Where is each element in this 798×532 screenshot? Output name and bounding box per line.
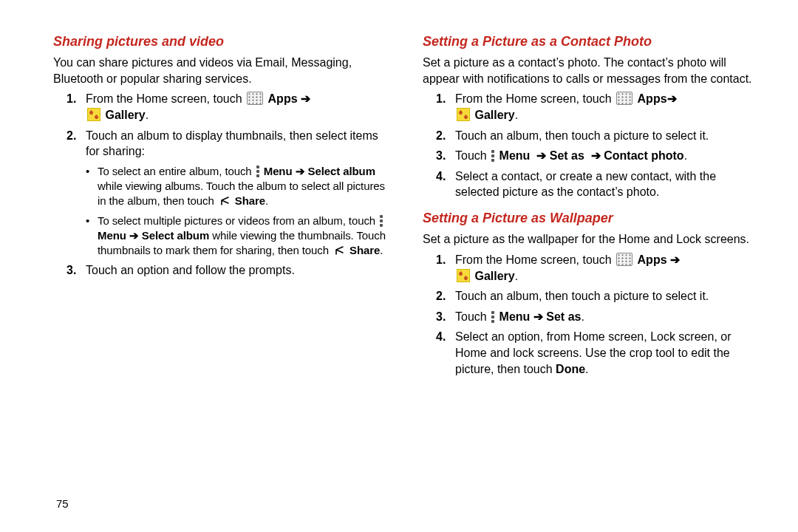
left-column: Sharing pictures and video You can share… <box>53 33 387 510</box>
step-2: Touch an album, then touch a picture to … <box>423 128 757 144</box>
step-3: Touch an option and follow the prompts. <box>53 262 387 279</box>
intro-wallpaper: Set a picture as the wallpaper for the H… <box>423 231 757 248</box>
arrow-icon: ➔ <box>667 92 677 105</box>
heading-sharing: Sharing pictures and video <box>53 33 387 50</box>
step-3: Touch Menu ➔ Set as. <box>423 309 757 325</box>
arrow-icon: ➔ <box>301 92 310 105</box>
share-label: Share <box>349 244 380 256</box>
period: . <box>684 149 687 162</box>
page-number: 75 <box>56 497 69 511</box>
step1-prefix: From the Home screen, touch <box>86 92 245 105</box>
gallery-label: Gallery <box>105 109 145 121</box>
select-album-label: Select album <box>308 165 375 177</box>
done-label: Done <box>556 363 585 375</box>
menu-label: Menu <box>264 165 293 177</box>
sub1-a: To select an entire album, touch <box>98 165 255 177</box>
step1-prefix: From the Home screen, touch <box>455 92 615 105</box>
arrow-icon: ➔ <box>536 149 546 162</box>
intro-contact-photo: Set a picture as a contact’s photo. The … <box>423 55 757 86</box>
step4-a: Select an option, from Home screen, Lock… <box>455 330 732 375</box>
menu-overflow-icon <box>380 215 383 227</box>
menu-label: Menu <box>98 229 126 242</box>
share-icon <box>219 195 231 207</box>
select-album-label: Select album <box>142 229 209 242</box>
steps-wallpaper: From the Home screen, touch Apps ➔ Galle… <box>423 252 757 377</box>
setas-label: Set as <box>550 149 584 162</box>
step2-text: Touch an album to display thumbnails, th… <box>86 129 378 158</box>
heading-contact-photo: Setting a Picture as a Contact Photo <box>423 33 757 50</box>
apps-label: Apps <box>638 253 667 266</box>
menu-overflow-icon <box>491 311 494 323</box>
intro-sharing: You can share pictures and videos via Em… <box>53 55 387 86</box>
contactphoto-label: Contact photo <box>604 149 683 162</box>
steps-contact-photo: From the Home screen, touch Apps➔ Galler… <box>423 91 757 200</box>
gallery-icon <box>87 108 100 121</box>
apps-grid-icon <box>247 92 263 105</box>
sub2-a: To select multiple pictures or videos fr… <box>98 214 378 227</box>
gallery-icon <box>457 269 470 282</box>
menu-overflow-icon <box>256 166 259 177</box>
step-2: Touch an album, then touch a picture to … <box>423 288 757 304</box>
setas-label: Set as <box>546 310 581 323</box>
apps-grid-icon <box>616 92 632 105</box>
step-1: From the Home screen, touch Apps ➔ Galle… <box>53 91 387 123</box>
apps-label: Apps <box>268 92 298 105</box>
step-1: From the Home screen, touch Apps ➔ Galle… <box>423 252 757 284</box>
period: . <box>581 310 584 323</box>
substeps: To select an entire album, touch Menu ➔ … <box>86 164 387 259</box>
step4-b: . <box>585 363 588 375</box>
arrow-icon: ➔ <box>129 229 139 242</box>
apps-label: Apps <box>638 92 667 105</box>
manual-page: Sharing pictures and video You can share… <box>0 0 798 532</box>
period: . <box>146 109 149 121</box>
substep-2: To select multiple pictures or videos fr… <box>86 214 387 259</box>
period: . <box>515 270 518 282</box>
heading-wallpaper: Setting a Picture as Wallpaper <box>423 209 757 227</box>
step1-prefix: From the Home screen, touch <box>455 253 615 266</box>
arrow-icon: ➔ <box>591 149 601 162</box>
period: . <box>265 194 268 207</box>
step-2: Touch an album to display thumbnails, th… <box>53 128 387 259</box>
period: . <box>515 109 518 121</box>
step-4: Select a contact, or create a new contac… <box>423 168 757 200</box>
period: . <box>380 244 383 256</box>
menu-label: Menu <box>499 149 531 162</box>
step-3: Touch Menu ➔ Set as ➔ Contact photo. <box>423 148 757 164</box>
gallery-icon <box>457 108 470 121</box>
arrow-icon: ➔ <box>296 165 305 177</box>
right-column: Setting a Picture as a Contact Photo Set… <box>423 33 757 510</box>
gallery-label: Gallery <box>474 270 514 282</box>
substep-1: To select an entire album, touch Menu ➔ … <box>86 164 387 209</box>
arrow-icon: ➔ <box>670 253 680 266</box>
apps-grid-icon <box>616 253 632 266</box>
step3-prefix: Touch <box>455 149 490 162</box>
share-icon <box>333 245 345 256</box>
gallery-label: Gallery <box>474 109 514 121</box>
step-4: Select an option, from Home screen, Lock… <box>423 329 757 377</box>
menu-label: Menu <box>499 310 531 323</box>
share-label: Share <box>235 194 265 207</box>
step3-prefix: Touch <box>455 310 490 323</box>
step-1: From the Home screen, touch Apps➔ Galler… <box>423 91 757 123</box>
menu-overflow-icon <box>491 150 494 162</box>
step3-text: Touch an option and follow the prompts. <box>86 264 295 276</box>
arrow-icon: ➔ <box>533 310 543 323</box>
steps-sharing: From the Home screen, touch Apps ➔ Galle… <box>53 91 387 278</box>
